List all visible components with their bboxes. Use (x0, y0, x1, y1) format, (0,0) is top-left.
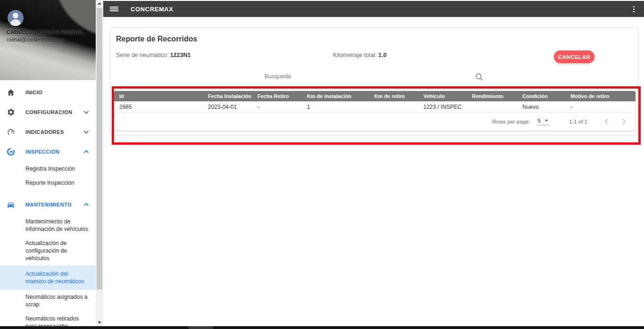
rows-per-page-label: Rows per page: (492, 119, 530, 124)
bottom-bar (0, 326, 644, 329)
pagination: Rows per page: 5 1-1 of 1 (114, 113, 636, 131)
chevron-down-icon (83, 130, 89, 134)
table-cell: - (565, 101, 636, 113)
reporte-card: Reporte de Recorridos Serie de neumático… (110, 27, 638, 135)
mantenimiento-subitems: Mantenimiento de información de vehículo… (0, 214, 96, 329)
serie-value: 1223N1 (170, 52, 191, 58)
sidebar-subitem-mantenimiento-informacion-vehiculos[interactable]: Mantenimiento de información de vehículo… (0, 214, 96, 236)
gauge-icon (7, 128, 18, 136)
sidebar-item-indicadores[interactable]: INDICADORES (0, 122, 96, 142)
column-header-condici-n: Condición (517, 91, 565, 101)
column-header-km-de-retiro: Km de retiro (369, 91, 418, 101)
serie-neumatico: Serie de neumático: 1223N1 (116, 52, 190, 58)
search-icon[interactable] (475, 73, 483, 83)
gear-icon (7, 108, 18, 116)
scroll-up-icon[interactable] (98, 2, 101, 5)
sidebar-item-mantenimiento[interactable]: MANTENIMIENTO (0, 195, 96, 214)
chevron-up-icon (83, 203, 89, 206)
sidebar-item-inicio[interactable]: INICIO (0, 82, 96, 102)
user-name: CABELLO YACOLCA RODNAL (7, 29, 84, 35)
page-title: Reporte de Recorridos (116, 35, 197, 43)
chevron-up-icon (83, 150, 89, 154)
table-row: 26652023-04-01-11223 / INSPECNuevo- (114, 101, 636, 113)
sidebar-subitem-reporte-inspeccion[interactable]: Reporte Inspección (0, 176, 96, 190)
menu-icon[interactable] (110, 6, 118, 12)
profile-header: CABELLO YACOLCA RODNAL rodnal@contentmed… (0, 0, 96, 80)
overflow-menu-icon[interactable] (631, 4, 636, 14)
inspeccion-subitems: Registra Inspección Reporte Inspección (0, 162, 96, 190)
rows-per-page-select[interactable]: 5 (537, 118, 549, 125)
table-body: 26652023-04-01-11223 / INSPECNuevo- (114, 101, 636, 113)
table-cell: 2023-04-01 (203, 101, 252, 113)
column-header-km-de-instalaci-n: Km de instalación (302, 91, 369, 101)
inspection-target-icon (7, 148, 18, 156)
table-cell: 1223 / INSPEC (418, 101, 467, 113)
pagination-range: 1-1 of 1 (569, 119, 587, 124)
table-cell: 2665 (114, 101, 203, 113)
sidebar-nav: INICIO CONFIGURACION INDICADORES (0, 80, 96, 329)
chevron-down-icon (83, 110, 89, 114)
home-icon (7, 88, 18, 97)
user-email: rodnal@contentmedia.pe (7, 37, 65, 42)
sidebar-scrollbar[interactable] (96, 0, 103, 326)
scrollbar-thumb[interactable] (97, 8, 102, 289)
table-cell (467, 101, 517, 113)
column-header-motivo-de-retiro: Motivo de retiro (565, 91, 636, 101)
sidebar-subitem-registra-inspeccion[interactable]: Registra Inspección (0, 162, 96, 176)
next-page-button[interactable] (621, 117, 627, 126)
results-table: IdFecha InstalaciónFecha RetiroKm de ins… (114, 91, 636, 113)
topbar: CONCREMAX (103, 1, 644, 17)
column-header-veh-culo: Vehículo (418, 91, 467, 101)
search-input[interactable] (264, 73, 472, 80)
table-header-row: IdFecha InstalaciónFecha RetiroKm de ins… (114, 91, 636, 101)
sidebar-subitem-actualizacion-maestro-neumaticos[interactable]: Actualización del maestro de neumáticos (0, 265, 96, 290)
caret-down-icon (545, 120, 548, 122)
table-cell: - (252, 101, 302, 113)
previous-page-button[interactable] (603, 117, 610, 126)
app-title: CONCREMAX (131, 6, 173, 13)
avatar (8, 10, 24, 26)
scroll-down-icon[interactable] (98, 321, 101, 324)
cancel-button[interactable]: CANCELAR (554, 50, 594, 63)
table-cell: 1 (302, 101, 369, 113)
sidebar-subitem-actualizacion-configuracion-vehiculos[interactable]: Actualización de configuración de vehícu… (0, 236, 96, 265)
results-table-card: IdFecha InstalaciónFecha RetiroKm de ins… (114, 91, 636, 131)
avatar-person-icon (13, 13, 18, 18)
vehicle-icon (7, 200, 18, 209)
kilometraje-total: Kilometraje total: 1.0 (333, 52, 387, 58)
sidebar-subitem-neumaticos-scrap[interactable]: Neumáticos asignados a scrap (0, 290, 96, 312)
sidebar-item-configuracion[interactable]: CONFIGURACION (0, 102, 96, 122)
table-cell: Nuevo (517, 101, 565, 113)
table-cell (369, 101, 418, 113)
sidebar: CABELLO YACOLCA RODNAL rodnal@contentmed… (0, 0, 96, 326)
kilometraje-value: 1.0 (379, 52, 387, 58)
column-header-rendimiento: Rendimiento (467, 91, 517, 101)
column-header-id: Id (114, 91, 203, 101)
sidebar-item-inspeccion[interactable]: INSPECCIÓN (0, 142, 96, 162)
column-header-fecha-instalaci-n: Fecha Instalación (203, 91, 252, 101)
column-header-fecha-retiro: Fecha Retiro (252, 91, 302, 101)
